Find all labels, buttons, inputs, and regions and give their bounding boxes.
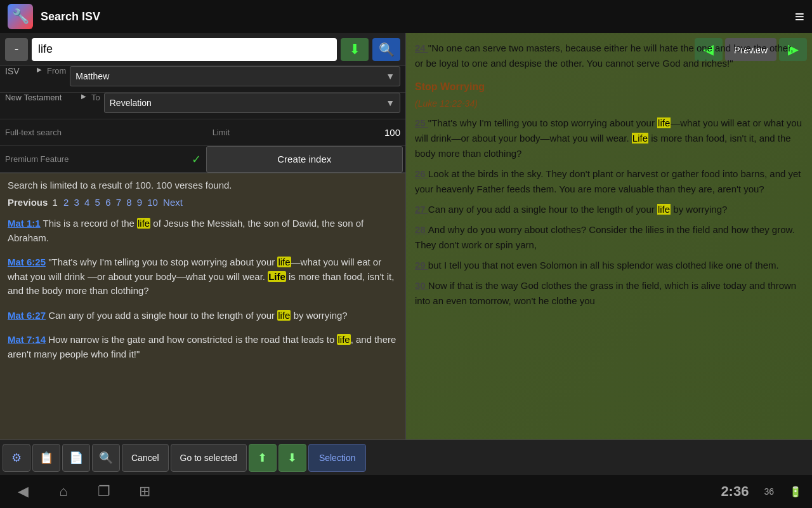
right-highlight-life-25b: Life <box>632 133 648 144</box>
cancel-button[interactable]: Cancel <box>122 444 169 472</box>
to-tri: ▶ <box>81 93 86 119</box>
verse-text-26: Look at the birds in the sky. They don't… <box>415 168 801 194</box>
scroll-up-button[interactable]: ⬆ <box>249 444 277 472</box>
go-to-selected-button[interactable]: Go to selected <box>171 444 247 472</box>
bottom-toolbar: ⚙ 📋 📄 🔍 Cancel Go to selected ⬆ ⬇ Select… <box>0 439 812 475</box>
up-arrow-icon: ⬆ <box>258 451 267 465</box>
page-5-link[interactable]: 5 <box>95 197 100 208</box>
home-nav-button[interactable]: ⌂ <box>51 479 76 504</box>
right-verse-28: 28 And why do you worry about clothes? C… <box>415 222 803 253</box>
page-2-link[interactable]: 2 <box>63 197 69 208</box>
verse-num-24: 24 <box>415 43 428 53</box>
left-panel: - ⬇ 🔍 ISV ▶ From Matthew ▼ <box>0 33 406 439</box>
highlight-life-2: Life <box>268 271 286 282</box>
verse-text-mat11: This is a record of the life of Jesus th… <box>8 218 363 243</box>
verse-text-29: but I tell you that not even Solomon in … <box>428 260 779 271</box>
testament-label: New Testament <box>5 93 81 119</box>
version-tri: ▶ <box>37 66 42 92</box>
grid-nav-icon: ⊞ <box>139 483 150 500</box>
page-3-link[interactable]: 3 <box>74 197 79 208</box>
gear-icon: ⚙ <box>11 451 22 465</box>
right-verse-25: 25 "That's why I'm telling you to stop w… <box>415 116 803 161</box>
to-label: To <box>91 93 100 119</box>
verse-result-mat625: Mat 6:25 "That's why I'm telling you to … <box>8 255 398 298</box>
next-page-link[interactable]: Next <box>163 197 183 208</box>
search-tool-button[interactable]: 🔍 <box>92 444 120 472</box>
verse-text-28: And why do you worry about clothes? Cons… <box>415 224 795 250</box>
page-8-link[interactable]: 8 <box>126 197 131 208</box>
copy-button[interactable]: 📋 <box>32 444 60 472</box>
section-subtitle: (Luke 12:22-34) <box>415 97 803 110</box>
filter-area: ISV ▶ From Matthew ▼ New Testament ▶ To … <box>0 66 405 173</box>
from-selector[interactable]: Matthew ▼ <box>70 66 400 86</box>
search-glass-icon: 🔍 <box>379 42 395 57</box>
verse-num-30: 30 <box>415 280 428 291</box>
verse-result-mat627: Mat 6:27 Can any of you add a single hou… <box>8 309 398 323</box>
limit-label: Limit <box>213 128 230 137</box>
verse-text-30: Now if that is the way God clothes the g… <box>415 280 796 306</box>
right-verse-29: 29 but I tell you that not even Solomon … <box>415 258 803 273</box>
windows-nav-button[interactable]: ❐ <box>91 479 117 504</box>
verse-ref-mat627[interactable]: Mat 6:27 <box>8 310 46 321</box>
page-6-link[interactable]: 6 <box>105 197 110 208</box>
time-display: 2:36 <box>721 483 749 500</box>
download-icon: ⬇ <box>349 41 360 58</box>
paste-button[interactable]: 📄 <box>62 444 90 472</box>
minus-button[interactable]: - <box>5 38 28 61</box>
app-title: Search ISV <box>41 10 787 23</box>
page-10-link[interactable]: 10 <box>147 197 158 208</box>
verse-ref-mat625[interactable]: Mat 6:25 <box>8 257 46 267</box>
section-header: Stop Worrying (Luke 12:22-34) <box>415 79 803 110</box>
copy-icon: 📋 <box>39 451 53 465</box>
page-9-link[interactable]: 9 <box>137 197 142 208</box>
search-input[interactable] <box>32 38 337 61</box>
page-4-link[interactable]: 4 <box>84 197 89 208</box>
page-7-link[interactable]: 7 <box>116 197 121 208</box>
menu-icon[interactable]: ≡ <box>795 7 804 27</box>
highlight-life-mat627: life <box>277 310 291 321</box>
from-value: Matthew <box>75 71 109 81</box>
results-summary: Search is limited to a result of 100. 10… <box>8 180 398 190</box>
create-index-button[interactable]: Create index <box>206 146 403 173</box>
grid-nav-button[interactable]: ⊞ <box>132 479 157 504</box>
scroll-down-button[interactable]: ⬇ <box>278 444 306 472</box>
back-nav-icon: ◀ <box>18 483 29 500</box>
nav-bar: ◀ ⌂ ❐ ⊞ 2:36 36 🔋 <box>0 475 812 508</box>
verse-ref-mat714[interactable]: Mat 7:14 <box>8 334 46 345</box>
highlight-life-mat11: life <box>137 218 150 229</box>
app-icon: 🔧 <box>8 4 33 29</box>
fulltext-check: ✓ <box>192 152 201 166</box>
right-verse-26: 26 Look at the birds in the sky. They do… <box>415 166 803 197</box>
to-value: Revelation <box>110 98 152 108</box>
selection-button[interactable]: Selection <box>308 444 367 472</box>
gear-button[interactable]: ⚙ <box>3 444 30 472</box>
from-label: From <box>47 66 66 92</box>
verse-num-27: 27 <box>415 204 428 215</box>
search-button[interactable]: 🔍 <box>372 38 400 61</box>
verse-ref-mat11[interactable]: Mat 1:1 <box>8 218 41 229</box>
verse-num-26: 26 <box>415 168 428 179</box>
previous-label: Previous <box>8 197 48 208</box>
verse-result-mat11: Mat 1:1 This is a record of the life of … <box>8 217 398 245</box>
down-arrow-icon: ⬇ <box>287 451 297 465</box>
current-page: 1 <box>53 197 58 208</box>
app-header: 🔧 Search ISV ≡ <box>0 0 812 33</box>
right-highlight-life-27: life <box>657 204 671 215</box>
back-nav-button[interactable]: ◀ <box>10 479 36 504</box>
battery-icon: 🔋 <box>789 486 802 498</box>
download-button[interactable]: ⬇ <box>341 38 369 61</box>
verse-num-28: 28 <box>415 224 428 235</box>
search-bar: - ⬇ 🔍 <box>0 33 405 66</box>
limit-value: 100 <box>384 127 400 138</box>
premium-label: Full-text search <box>5 128 62 137</box>
to-selector[interactable]: Revelation ▼ <box>104 93 400 113</box>
version-label: ISV <box>5 66 37 92</box>
search-tool-icon: 🔍 <box>99 451 113 465</box>
pagination: Previous 1 2 3 4 5 6 7 8 9 10 Next <box>8 197 398 208</box>
verse-text-mat627: Can any of you add a single hour to the … <box>48 310 347 321</box>
verse-num-25: 25 <box>415 117 428 128</box>
right-verse-24: 24 "No one can serve two masters, becaus… <box>415 41 803 71</box>
right-panel: 24 "No one can serve two masters, becaus… <box>406 33 812 439</box>
highlight-life-1: life <box>277 257 291 267</box>
right-highlight-life-25a: life <box>657 117 671 128</box>
